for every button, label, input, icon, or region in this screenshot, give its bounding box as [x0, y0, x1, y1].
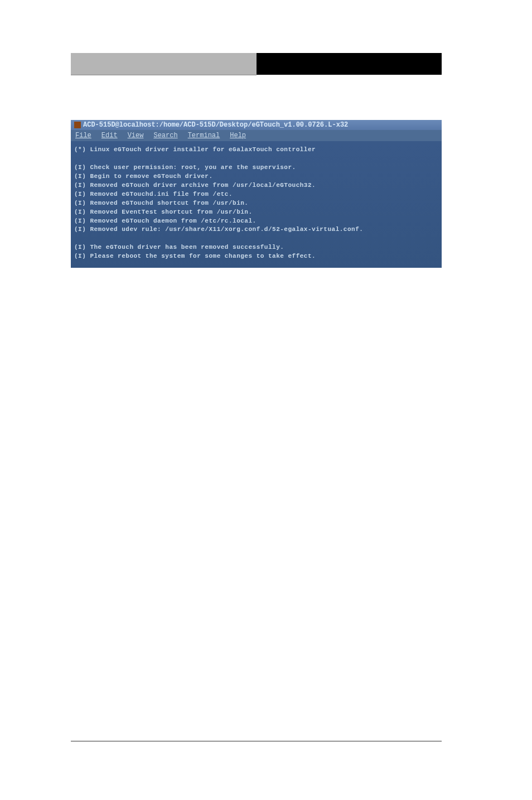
- menu-help[interactable]: Help: [230, 132, 246, 139]
- terminal-line: (I) Removed eGTouch daemon from /etc/rc.…: [74, 217, 438, 226]
- terminal-blank: [74, 261, 438, 268]
- terminal-line: (I) Check user permission: root, you are…: [74, 163, 438, 172]
- window-titlebar: ACD-515D@localhost:/home/ACD-515D/Deskto…: [71, 120, 442, 130]
- terminal-line: (I) Begin to remove eGTouch driver.: [74, 172, 438, 181]
- menu-file[interactable]: File: [75, 132, 91, 139]
- document-header-bar: [71, 53, 442, 75]
- terminal-line: (I) The eGTouch driver has been removed …: [74, 243, 438, 252]
- terminal-output: (*) Linux eGTouch driver installer for e…: [71, 141, 442, 268]
- header-right-block: [257, 53, 442, 75]
- header-left-block: [71, 53, 257, 75]
- terminal-screenshot: ACD-515D@localhost:/home/ACD-515D/Deskto…: [71, 120, 442, 268]
- terminal-line: (I) Removed EventTest shortcut from /usr…: [74, 208, 438, 217]
- menu-terminal[interactable]: Terminal: [188, 132, 220, 139]
- menu-view[interactable]: View: [128, 132, 144, 139]
- menu-edit[interactable]: Edit: [101, 132, 118, 139]
- window-title-text: ACD-515D@localhost:/home/ACD-515D/Deskto…: [83, 121, 348, 129]
- menu-bar: File Edit View Search Terminal Help: [71, 130, 442, 141]
- terminal-blank: [74, 155, 438, 163]
- terminal-line: (I) Removed eGTouch driver archive from …: [74, 181, 438, 190]
- terminal-line: (*) Linux eGTouch driver installer for e…: [74, 146, 438, 155]
- terminal-line: (I) Removed udev rule: /usr/share/X11/xo…: [74, 225, 438, 234]
- terminal-blank: [74, 234, 438, 243]
- footer-divider: [71, 741, 442, 741]
- terminal-line: (I) Removed eGTouchd shortcut from /usr/…: [74, 199, 438, 208]
- menu-search[interactable]: Search: [153, 132, 177, 139]
- terminal-icon: [74, 122, 81, 128]
- terminal-line: (I) Removed eGTouchd.ini file from /etc.: [74, 190, 438, 199]
- terminal-line: (I) Please reboot the system for some ch…: [74, 252, 438, 261]
